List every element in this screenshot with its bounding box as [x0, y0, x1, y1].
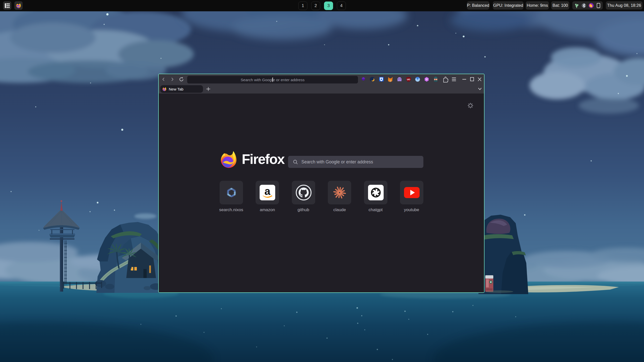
svg-text:a: a	[264, 185, 270, 197]
svg-text:UO: UO	[407, 78, 410, 81]
